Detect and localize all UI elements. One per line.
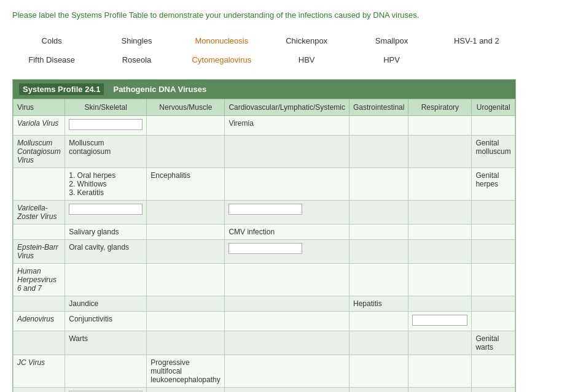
table-row-gi xyxy=(350,331,408,355)
cardio-input[interactable] xyxy=(228,204,302,215)
table-row-nervous xyxy=(147,224,225,239)
label-smallpox[interactable]: Smallpox xyxy=(352,34,431,48)
table-row-uro xyxy=(472,200,515,224)
table-row-resp xyxy=(408,387,472,392)
table-row-virus: JC Virus xyxy=(14,355,65,387)
table-row-uro xyxy=(472,224,515,239)
table-row-cardio xyxy=(225,167,350,200)
table-row-skin xyxy=(65,263,147,296)
col-gi: Gastrointestinal xyxy=(350,99,408,115)
table-row-skin[interactable] xyxy=(65,387,147,392)
table-row-uro: Genital herpes xyxy=(472,167,515,200)
label-roseola[interactable]: Roseola xyxy=(97,53,176,67)
table-row-skin: Conjunctivitis xyxy=(65,311,147,331)
table-row-uro xyxy=(472,355,515,387)
label-chickenpox[interactable]: Chickenpox xyxy=(267,34,346,48)
table-subtitle: Pathogenic DNA Viruses xyxy=(113,85,206,94)
table-row-gi xyxy=(350,167,408,200)
table-row-gi: Hepatitis xyxy=(350,296,408,311)
table-row-nervous: Encephalitis xyxy=(147,167,225,200)
col-uro: Urogenital xyxy=(472,99,515,115)
table-row-resp xyxy=(408,167,472,200)
table-row-gi xyxy=(350,263,408,296)
col-nervous: Nervous/Muscle xyxy=(147,99,225,115)
table-profile-number: Systems Profile 24.1 xyxy=(19,83,104,95)
label-fifth-disease[interactable]: Fifth Disease xyxy=(12,53,91,67)
table-row-nervous xyxy=(147,387,225,392)
cardio-input[interactable] xyxy=(228,243,302,254)
table-row-resp xyxy=(408,135,472,167)
table-row-resp xyxy=(408,239,472,263)
table-row-cardio[interactable] xyxy=(225,200,350,224)
table-row-skin[interactable] xyxy=(65,115,147,135)
label-shingles[interactable]: Shingles xyxy=(97,34,176,48)
table-row-resp xyxy=(408,355,472,387)
table-row-virus xyxy=(14,331,65,355)
table-row-uro xyxy=(472,115,515,135)
table-row-skin: Oral cavity, glands xyxy=(65,239,147,263)
table-row-virus xyxy=(14,167,65,200)
table-row-resp xyxy=(408,263,472,296)
table-row-skin xyxy=(65,355,147,387)
table-row-resp xyxy=(408,224,472,239)
table-row-cardio xyxy=(225,135,350,167)
table-row-resp[interactable] xyxy=(408,311,472,331)
table-row-gi xyxy=(350,200,408,224)
table-row-nervous xyxy=(147,311,225,331)
label-cytomegalovirus[interactable]: Cytomegalovirus xyxy=(182,53,261,67)
table-row-virus: Epstein-Barr Virus xyxy=(14,239,65,263)
table-row-virus xyxy=(14,224,65,239)
skin-input[interactable] xyxy=(69,204,143,215)
table-row-virus: Variola Virus xyxy=(14,115,65,135)
table-row-gi xyxy=(350,387,408,392)
table-row-cardio xyxy=(225,311,350,331)
table-row-nervous: Progressive multifocal leukoencephalopat… xyxy=(147,355,225,387)
table-row-nervous xyxy=(147,263,225,296)
label-hpv[interactable]: HPV xyxy=(352,53,431,67)
table-row-skin: 1. Oral herpes2. Whitlows3. Keratitis xyxy=(65,167,147,200)
table-row-gi xyxy=(350,355,408,387)
table-row-uro: Genital warts xyxy=(472,331,515,355)
skin-input[interactable] xyxy=(69,119,143,130)
label-hbv[interactable]: HBV xyxy=(267,53,346,67)
table-row-uro xyxy=(472,263,515,296)
table-row-resp xyxy=(408,200,472,224)
resp-input[interactable] xyxy=(412,315,467,326)
systems-profile-table: Systems Profile 24.1 Pathogenic DNA Viru… xyxy=(12,79,516,393)
table-row-uro xyxy=(472,387,515,392)
col-cardio: Cardiovascular/Lymphatic/Systemic xyxy=(225,99,350,115)
label-mononucleosis[interactable]: Mononucleosis xyxy=(182,34,261,48)
table-row-skin: Warts xyxy=(65,331,147,355)
col-resp: Respiratory xyxy=(408,99,472,115)
table-row-cardio[interactable] xyxy=(225,239,350,263)
table-row-resp xyxy=(408,296,472,311)
label-colds[interactable]: Colds xyxy=(12,34,91,48)
table-row-cardio xyxy=(225,331,350,355)
table-row-nervous xyxy=(147,115,225,135)
table-row-cardio xyxy=(225,296,350,311)
col-virus: Virus xyxy=(14,99,65,115)
table-row-nervous xyxy=(147,200,225,224)
table-row-skin: Molluscum contagiosum xyxy=(65,135,147,167)
table-row-virus: Varicella-Zoster Virus xyxy=(14,200,65,224)
table-row-virus: Molluscum Contagiosum Virus xyxy=(14,135,65,167)
table-row-virus: Adenovirus xyxy=(14,311,65,331)
table-row-cardio xyxy=(225,263,350,296)
label-hsv[interactable]: HSV-1 and 2 xyxy=(437,34,516,48)
table-row-skin: Salivary glands xyxy=(65,224,147,239)
table-row-gi xyxy=(350,115,408,135)
table-row-resp xyxy=(408,115,472,135)
table-row-uro xyxy=(472,239,515,263)
table-row-virus: Parvovirus B19 xyxy=(14,387,65,392)
table-row-gi xyxy=(350,224,408,239)
table-row-skin: Jaundice xyxy=(65,296,147,311)
table-row-nervous xyxy=(147,135,225,167)
table-row-uro xyxy=(472,296,515,311)
table-row-uro: Genital molluscum xyxy=(472,135,515,167)
table-row-nervous xyxy=(147,296,225,311)
table-row-resp xyxy=(408,331,472,355)
table-row-skin[interactable] xyxy=(65,200,147,224)
table-row-cardio: Viremia xyxy=(225,115,350,135)
table-row-virus: Human Herpesvirus 6 and 7 xyxy=(14,263,65,296)
table-row-uro xyxy=(472,311,515,331)
